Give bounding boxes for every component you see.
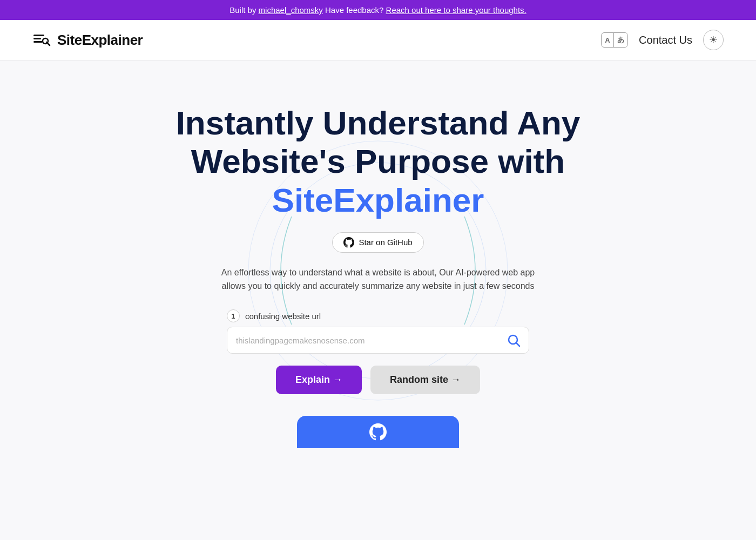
logo[interactable]: SiteExplainer [32,30,143,50]
theme-toggle-button[interactable]: ☀ [703,30,724,50]
hero-title: Instantly Understand Any Website's Purpo… [176,104,580,219]
top-banner: Built by michael_chomsky Have feedback? … [0,0,756,20]
github-star-label: Star on GitHub [359,238,412,247]
svg-rect-1 [33,38,41,39]
step-badge: 1 [227,309,240,322]
contact-us-link[interactable]: Contact Us [639,34,692,46]
svg-rect-0 [33,35,44,36]
search-icon [506,333,521,348]
svg-rect-2 [33,41,43,43]
hero-title-line1: Instantly Understand Any [176,104,580,141]
hero-title-brand: SiteExplainer [272,181,484,219]
banner-prefix: Built by [230,5,258,15]
hero-section: Instantly Understand Any Website's Purpo… [0,60,756,481]
preview-github-icon [369,423,387,441]
github-icon [343,237,354,248]
hero-title-line2: Website's Purpose with [191,143,565,180]
banner-middle: Have feedback? [323,5,386,15]
random-site-button[interactable]: Random site → [370,366,480,394]
url-input-row [227,327,529,354]
logo-icon [32,30,52,50]
action-buttons: Explain → Random site → [276,366,480,394]
lang-option-b: あ [614,33,627,47]
github-star-button[interactable]: Star on GitHub [332,232,423,253]
url-input-area: 1 confusing website url [227,309,529,354]
hero-description: An effortless way to understand what a w… [216,266,540,293]
sun-icon: ☀ [709,34,718,46]
banner-feedback-link[interactable]: Reach out here to share your thoughts. [386,5,526,15]
preview-card [297,416,459,448]
url-input[interactable] [236,333,500,348]
explain-button[interactable]: Explain → [276,366,362,394]
url-label-row: 1 confusing website url [227,309,529,322]
hero-content: Instantly Understand Any Website's Purpo… [176,104,580,394]
svg-point-3 [43,38,48,44]
header: SiteExplainer A あ Contact Us ☀ [0,20,756,60]
bottom-preview [297,416,459,448]
search-button[interactable] [504,330,523,350]
lang-option-a: A [602,34,613,46]
url-label-text: confusing website url [245,312,321,321]
banner-author-link[interactable]: michael_chomsky [259,5,323,15]
language-toggle[interactable]: A あ [601,32,628,48]
logo-text: SiteExplainer [57,32,143,49]
svg-line-7 [516,343,519,346]
nav-right: A あ Contact Us ☀ [601,30,724,50]
